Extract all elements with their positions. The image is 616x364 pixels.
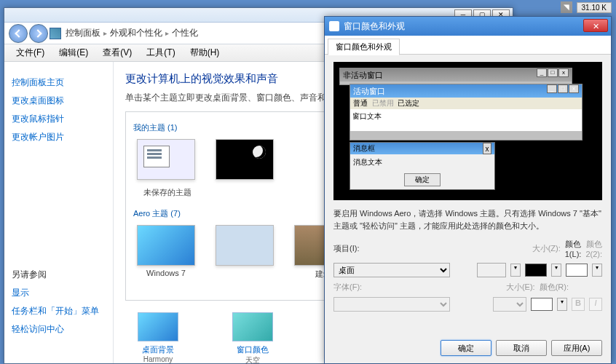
menu-view[interactable]: 查看(V) — [95, 47, 139, 59]
sidebar-home[interactable]: 控制面板主页 — [12, 76, 106, 89]
breadcrumb[interactable]: 控制面板▸ 外观和个性化▸ 个性化 — [66, 27, 198, 39]
sidebar-link[interactable]: 任务栏和「开始」菜单 — [12, 305, 106, 317]
pv-msg-title: 消息框 — [353, 143, 375, 154]
window-color-link[interactable]: 窗口颜色 — [220, 344, 285, 355]
font-select — [333, 297, 450, 312]
apply-button[interactable]: 应用(A) — [551, 340, 602, 356]
nav-forward-button[interactable] — [29, 24, 48, 43]
lbl-item: 项目(I): — [333, 243, 359, 254]
color-r-picker — [531, 298, 553, 311]
pv-inactive-title: 非活动窗口 — [343, 68, 383, 82]
dlg-title: 窗口颜色和外观 — [344, 20, 405, 33]
theme-label: Windows 7 — [146, 269, 186, 277]
dlg-close-button[interactable]: ✕ — [583, 19, 608, 32]
sidebar-link[interactable]: 轻松访问中心 — [12, 323, 106, 336]
sidebar-link[interactable]: 更改桌面图标 — [12, 95, 106, 107]
sidebar-see-also: 另请参阅 — [12, 269, 106, 281]
theme-thumb[interactable] — [216, 139, 274, 180]
pv-msg-body: 消息文本 — [350, 154, 494, 170]
bold-button: B — [572, 298, 585, 311]
sidebar-link[interactable]: 更改鼠标指针 — [12, 113, 106, 125]
color2-picker — [566, 264, 588, 277]
size-e-select — [493, 297, 526, 312]
sidebar-link[interactable]: 显示 — [12, 287, 106, 299]
lbl-size-z: 大小(Z): — [532, 243, 561, 254]
pv-active-title: 活动窗口 — [353, 84, 385, 98]
italic-button: I — [589, 298, 602, 311]
dlg-hint: 要启用 Windows Aero，请选择 Windows 主题。只有选择 Win… — [333, 207, 602, 232]
cp-sidebar: 控制面板主页 更改桌面图标 更改鼠标指针 更改帐户图片 另请参阅 显示 任务栏和… — [4, 62, 114, 363]
tab-window-color[interactable]: 窗口颜色和外观 — [328, 39, 400, 55]
desktop-bg-link[interactable]: 桌面背景 — [125, 344, 191, 355]
pv-active-window: 活动窗口 _□x 普通 已禁用 已选定 窗口文本 — [350, 84, 583, 141]
pv-menu: 普通 已禁用 已选定 — [350, 98, 582, 109]
pv-message-box: 消息框x 消息文本 确定 — [350, 142, 495, 190]
dlg-tabs: 窗口颜色和外观 — [325, 36, 611, 55]
pv-msg-ok: 确定 — [404, 173, 441, 186]
preview-area: 非活动窗口 _□x 活动窗口 _□x 普通 已禁用 已选定 窗口文本 消息框x … — [333, 62, 602, 200]
desktop-bg-sub: Harmony — [125, 355, 191, 363]
theme-item[interactable]: Windows 7 — [133, 225, 199, 280]
theme-item[interactable] — [212, 139, 277, 183]
dlg-titlebar[interactable]: 窗口颜色和外观 ✕ — [325, 17, 611, 36]
theme-item[interactable] — [212, 225, 277, 280]
menu-tools[interactable]: 工具(T) — [139, 47, 182, 59]
breadcrumb-item[interactable]: 外观和个性化 — [110, 27, 162, 39]
lbl-size-e: 大小(E): — [506, 282, 535, 293]
dlg-button-row: 确定 取消 应用(A) — [441, 340, 602, 356]
breadcrumb-item[interactable]: 控制面板 — [66, 27, 100, 39]
breadcrumb-item[interactable]: 个性化 — [172, 27, 198, 39]
color-dialog: 窗口颜色和外观 ✕ 窗口颜色和外观 非活动窗口 _□x 活动窗口 _□x 普通 … — [324, 16, 612, 364]
size-spinner: ▾ — [510, 264, 521, 277]
pv-inactive-window: 非活动窗口 _□x — [339, 68, 572, 85]
theme-item[interactable] — [133, 139, 199, 183]
ok-button[interactable]: 确定 — [441, 340, 491, 356]
window-color-thumb[interactable] — [232, 312, 273, 341]
menu-edit[interactable]: 编辑(E) — [52, 47, 95, 59]
pv-body: 窗口文本 — [350, 109, 582, 131]
system-tray: ◥ 31.10 K — [561, 0, 616, 15]
menu-help[interactable]: 帮助(H) — [183, 47, 227, 59]
window-color-sub: 天空 — [220, 355, 285, 363]
theme-thumb[interactable] — [137, 139, 195, 180]
theme-thumb[interactable] — [137, 225, 195, 266]
lbl-color-r: 颜色(R): — [540, 282, 569, 293]
size-z-input — [477, 263, 506, 277]
lbl-font: 字体(F): — [333, 282, 362, 293]
color1-picker[interactable] — [525, 264, 547, 277]
desktop-bg-thumb[interactable] — [138, 312, 178, 341]
lbl-color2: 颜色 2(2): — [585, 239, 602, 258]
sidebar-link[interactable]: 更改帐户图片 — [12, 131, 106, 143]
nav-back-button[interactable] — [9, 24, 28, 43]
item-select[interactable]: 桌面 — [333, 263, 450, 277]
menu-file[interactable]: 文件(F) — [9, 47, 52, 59]
tray-expand-icon[interactable]: ◥ — [561, 1, 572, 13]
lbl-color1: 颜色 1(L): — [565, 239, 582, 258]
theme-thumb[interactable] — [216, 225, 274, 266]
net-speed-badge: 31.10 K — [577, 2, 612, 13]
dlg-icon — [329, 21, 339, 31]
cancel-button[interactable]: 取消 — [496, 340, 547, 356]
cp-icon — [50, 28, 61, 39]
